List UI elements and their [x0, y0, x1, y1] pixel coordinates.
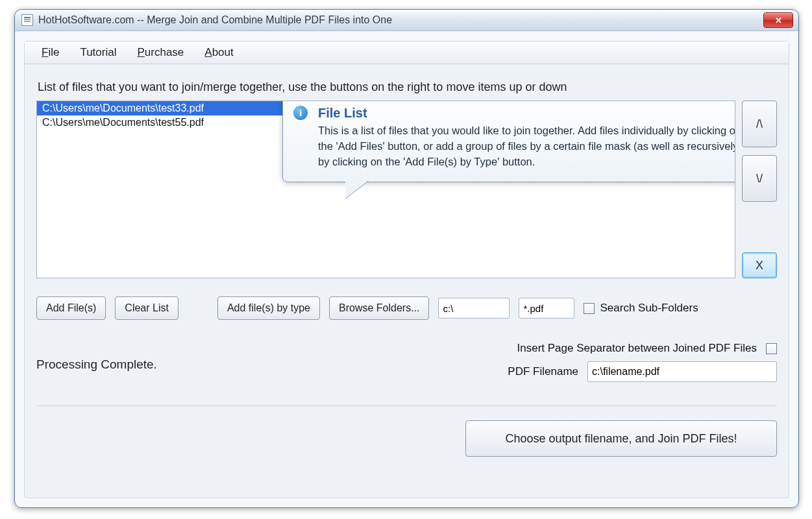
file-list[interactable]: C:\Users\me\Documents\test33.pdf C:\User…	[36, 101, 735, 278]
tooltip-body: This is a list of files that you would l…	[318, 123, 735, 170]
info-icon: i	[293, 106, 308, 120]
search-sub-folders-checkbox[interactable]	[584, 303, 595, 314]
clear-list-button[interactable]: Clear List	[115, 296, 178, 320]
insert-separator-checkbox[interactable]	[766, 343, 777, 354]
window-title: HotHotSoftware.com -- Merge Join and Com…	[38, 14, 763, 26]
content-area: List of files that you want to join/merg…	[36, 78, 777, 489]
pdf-filename-label: PDF Filename	[508, 365, 578, 378]
menu-purchase[interactable]: Purchase	[127, 43, 194, 62]
file-mask-input[interactable]	[519, 298, 574, 319]
folder-path-input[interactable]	[438, 298, 510, 319]
menubar: File Tutorial Purchase About	[25, 42, 789, 64]
tooltip-tail	[345, 180, 369, 199]
menu-about[interactable]: About	[194, 43, 243, 62]
move-down-button[interactable]: \/	[742, 155, 777, 202]
pdf-filename-input[interactable]	[587, 361, 777, 382]
file-list-caption: List of files that you want to join/merg…	[38, 80, 776, 94]
status-text: Processing Complete.	[36, 357, 157, 372]
add-files-button[interactable]: Add File(s)	[36, 296, 106, 320]
file-buttons-row: Add File(s) Clear List Add file(s) by ty…	[36, 296, 777, 320]
close-icon: ✕	[775, 16, 782, 25]
menu-file[interactable]: File	[31, 43, 69, 62]
insert-separator-label: Insert Page Separator between Joined PDF…	[517, 342, 757, 355]
menu-tutorial[interactable]: Tutorial	[69, 43, 127, 62]
main-panel: File Tutorial Purchase About List of fil…	[24, 41, 789, 498]
move-up-button[interactable]: /\	[742, 101, 777, 147]
app-window: HotHotSoftware.com -- Merge Join and Com…	[14, 9, 799, 508]
output-options: Insert Page Separator between Joined PDF…	[508, 342, 777, 389]
close-button[interactable]: ✕	[763, 12, 793, 28]
app-icon	[21, 14, 33, 26]
search-sub-folders-option[interactable]: Search Sub-Folders	[584, 302, 698, 315]
tooltip-title: File List	[318, 106, 735, 121]
choose-output-and-join-button[interactable]: Choose output filename, and Join PDF Fil…	[465, 420, 777, 457]
remove-item-button[interactable]: X	[742, 252, 777, 278]
browse-folders-button[interactable]: Browse Folders...	[329, 296, 429, 320]
reorder-buttons: /\ \/ X	[742, 101, 777, 278]
search-sub-folders-label: Search Sub-Folders	[600, 302, 698, 315]
add-files-by-type-button[interactable]: Add file(s) by type	[217, 296, 320, 320]
divider	[36, 405, 777, 406]
file-list-tooltip: i File List This is a list of files that…	[282, 101, 735, 182]
titlebar[interactable]: HotHotSoftware.com -- Merge Join and Com…	[15, 10, 798, 31]
